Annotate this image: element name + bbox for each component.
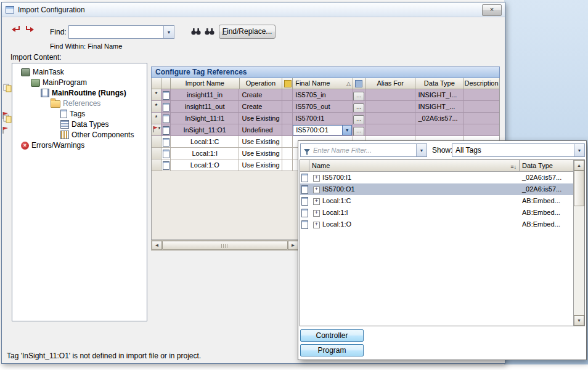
tag-name-cell[interactable]: +IS5700:O1 xyxy=(309,183,520,195)
find-replace-button[interactable]: Find/Replace... xyxy=(219,25,276,39)
import-name-cell[interactable]: Local:1:I xyxy=(171,148,240,159)
scroll-right-button[interactable]: ► xyxy=(288,241,298,250)
row-selector[interactable]: * xyxy=(152,89,161,101)
alias-for-cell[interactable] xyxy=(365,113,416,124)
import-name-cell[interactable]: Local:1:C xyxy=(171,136,240,148)
data-type-header[interactable]: Data Type xyxy=(415,78,463,89)
scrollbar-thumb[interactable] xyxy=(574,171,584,206)
browse-cell[interactable]: … xyxy=(353,89,365,101)
browse-cell[interactable]: … xyxy=(353,124,365,136)
tree-item-mainprogram[interactable]: MainProgram xyxy=(31,78,87,87)
chevron-down-icon[interactable]: ▼ xyxy=(163,26,174,38)
scrollbar-thumb[interactable] xyxy=(162,241,288,250)
tree-item-errors-warnings[interactable]: Errors/Warnings xyxy=(21,140,84,150)
vertical-scrollbar[interactable]: ▲ ▼ xyxy=(573,160,584,326)
row-selector[interactable] xyxy=(152,136,161,148)
find-next-icon[interactable] xyxy=(190,27,202,38)
operation-cell[interactable]: Undefined xyxy=(239,124,282,136)
row-selector[interactable] xyxy=(152,148,161,159)
import-name-cell[interactable]: InSight_11:I1 xyxy=(171,113,240,124)
tag-row-selected[interactable]: +IS5700:O1 _02A6:is57... xyxy=(300,183,584,195)
expand-icon[interactable]: + xyxy=(313,175,320,182)
description-cell[interactable] xyxy=(463,101,499,113)
import-name-cell[interactable]: insight11_in xyxy=(171,89,240,101)
operation-cell[interactable]: Create xyxy=(239,101,282,113)
controller-button[interactable]: Controller xyxy=(300,329,364,342)
export-arrow-icon[interactable] xyxy=(24,25,35,37)
expand-icon[interactable]: + xyxy=(313,222,320,228)
data-type-cell[interactable]: INSIGHT_... xyxy=(415,101,463,113)
grid-row[interactable]: * insight11_in Create IS5705_in … INSIGH… xyxy=(152,89,499,101)
browse-cell[interactable]: … xyxy=(353,101,365,113)
find-previous-icon[interactable] xyxy=(204,27,215,38)
row-selector[interactable]: * xyxy=(152,124,161,136)
final-name-header[interactable]: Final Name△ xyxy=(293,78,353,89)
browse-column-header[interactable] xyxy=(353,78,365,89)
operation-cell[interactable]: Use Existing xyxy=(239,136,282,148)
tree-item-data-types[interactable]: Data Types xyxy=(60,119,108,129)
tag-name-cell[interactable]: +IS5700:I1 xyxy=(309,172,520,183)
chevron-down-icon[interactable]: ▼ xyxy=(416,144,427,156)
scroll-up-button[interactable]: ▲ xyxy=(574,160,584,171)
tag-row[interactable]: +Local:1:O AB:Embed... xyxy=(300,219,584,230)
scroll-down-button[interactable]: ▼ xyxy=(574,315,584,326)
final-name-cell[interactable]: IS5700:O1 ▼ xyxy=(293,124,353,136)
browse-button[interactable]: … xyxy=(353,92,364,101)
chevron-down-icon[interactable]: ▼ xyxy=(342,126,351,135)
operation-cell[interactable]: Create xyxy=(239,89,282,101)
tree-item-mainroutine[interactable]: MainRoutine (Rungs) xyxy=(41,88,126,98)
browse-button[interactable]: … xyxy=(353,115,364,124)
final-name-cell[interactable]: IS5705_out xyxy=(293,101,353,113)
row-selector[interactable]: * xyxy=(152,113,161,124)
row-selector[interactable] xyxy=(152,159,161,171)
tag-row[interactable]: +Local:1:I AB:Embed... xyxy=(300,207,584,219)
data-type-cell[interactable]: INSIGHT_I... xyxy=(415,89,463,101)
expand-icon[interactable]: + xyxy=(313,187,320,193)
browse-cell[interactable]: … xyxy=(353,113,365,124)
description-header[interactable]: Description xyxy=(463,78,499,89)
import-name-cell[interactable]: InSight_11:O1 xyxy=(171,124,240,136)
description-cell[interactable] xyxy=(463,89,499,101)
final-name-cell[interactable]: IS5705_in xyxy=(293,89,353,101)
browse-button[interactable]: … xyxy=(353,127,364,136)
data-type-header[interactable]: Data Type xyxy=(520,160,573,172)
final-name-cell[interactable]: IS5700:I1 xyxy=(293,113,353,124)
operation-cell[interactable]: Use Existing xyxy=(239,159,282,171)
show-combobox[interactable]: All Tags ▼ xyxy=(452,143,585,157)
tag-row[interactable]: +IS5700:I1 _02A6:is57... xyxy=(300,172,584,183)
grid-row[interactable]: * insight11_out Create IS5705_out … INSI… xyxy=(152,101,499,113)
operation-header[interactable]: Operation xyxy=(240,78,283,89)
browse-button[interactable]: … xyxy=(353,103,364,113)
tag-row[interactable]: +Local:1:C AB:Embed... xyxy=(300,195,584,207)
alias-for-cell[interactable] xyxy=(365,101,416,113)
program-button[interactable]: Program xyxy=(300,344,364,356)
tag-name-cell[interactable]: +Local:1:C xyxy=(309,195,520,207)
alias-for-header[interactable]: Alias For xyxy=(365,78,416,89)
import-name-cell[interactable]: insight11_out xyxy=(171,101,240,113)
close-button[interactable]: × xyxy=(482,4,502,16)
tree-item-references[interactable]: References xyxy=(51,99,100,108)
row-selector[interactable]: * xyxy=(152,101,161,113)
title-bar[interactable]: Import Configuration xyxy=(2,2,505,17)
import-name-cell[interactable]: Local:1:O xyxy=(171,159,240,171)
tag-name-cell[interactable]: +Local:1:O xyxy=(309,219,520,230)
grid-row[interactable]: * InSight_11:I1 Use Existing IS5700:I1 …… xyxy=(152,113,499,124)
flag-column-header[interactable] xyxy=(282,78,293,89)
expand-icon[interactable]: + xyxy=(313,198,320,205)
description-cell[interactable] xyxy=(463,113,499,124)
import-arrow-icon[interactable] xyxy=(10,25,22,37)
alias-for-cell[interactable] xyxy=(365,89,416,101)
alias-for-cell[interactable] xyxy=(365,124,416,136)
tree-item-other-components[interactable]: Other Components xyxy=(60,130,134,140)
find-combobox[interactable]: ▼ xyxy=(68,25,174,39)
operation-cell[interactable]: Use Existing xyxy=(239,113,282,124)
horizontal-scrollbar[interactable]: ◄ ► xyxy=(151,240,299,251)
operation-cell[interactable]: Use Existing xyxy=(239,148,282,159)
tree-item-tags[interactable]: Tags xyxy=(60,109,85,119)
name-sort-icon[interactable]: ≡↓ xyxy=(510,161,517,172)
import-name-header[interactable]: Import Name xyxy=(171,78,240,89)
tag-name-cell[interactable]: +Local:1:I xyxy=(309,207,520,219)
data-type-cell[interactable] xyxy=(415,124,463,136)
chevron-down-icon[interactable]: ▼ xyxy=(574,144,584,156)
grid-row-editing[interactable]: * InSight_11:O1 Undefined IS5700:O1 ▼ … xyxy=(152,124,499,136)
